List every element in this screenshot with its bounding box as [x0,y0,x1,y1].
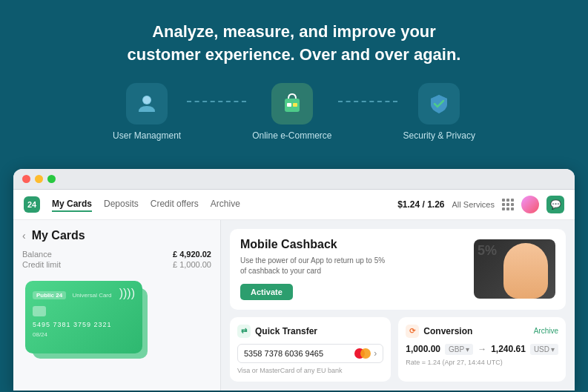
transfer-icon: ⇄ [237,325,251,338]
conversion-icon: ⟳ [406,325,419,338]
svg-rect-4 [293,103,297,107]
step-user-management: User Managment [113,83,181,141]
user-management-icon [136,93,158,115]
mastercard-icon [354,348,371,359]
avatar[interactable] [521,196,539,213]
panel-header: ‹ My Cards [22,229,211,242]
quick-transfer-header: ⇄ Quick Transfer [237,325,383,338]
close-button[interactable] [22,175,30,183]
back-button[interactable]: ‹ [22,230,26,242]
bottom-row: ⇄ Quick Transfer 5358 7378 6036 9465 › V… [230,317,566,382]
transfer-input[interactable]: 5358 7378 6036 9465 › [237,344,383,363]
cashback-text: Mobile Cashback Use the power of our App… [240,238,389,300]
conversion-rate: Rate = 1.24 (Apr 27, 14:44 UTC) [406,359,558,366]
chevron-down-icon-2: ▾ [551,345,555,353]
to-value: 1,240.61 [491,344,526,354]
card-badge: Public 24 [33,291,66,299]
notification-badge: 24 [24,196,40,213]
app-nav: 24 My Cards Deposits Credit offers Archi… [13,190,575,220]
to-currency[interactable]: USD ▾ [530,344,558,355]
step-icon-shop [271,83,313,124]
quick-transfer-title: ⇄ Quick Transfer [237,325,317,338]
right-panel: Mobile Cashback Use the power of our App… [221,220,575,391]
cashback-title: Mobile Cashback [240,238,389,251]
credit-row: Credit limit £ 1,000.00 [22,260,211,269]
svg-rect-3 [287,103,291,107]
balance-display: $1.24 / 1.26 [397,199,444,210]
card-chip [33,306,46,316]
percent-overlay: 5% [478,243,497,259]
transfer-subtitle: Visa or MasterCard of any EU bank [237,367,383,374]
headline-line1: Analyze, measure, and improve your [152,22,436,41]
chevron-down-icon: ▾ [466,345,469,353]
step-security-privacy: Security & Privacy [403,83,475,141]
account-number: 5358 7378 6036 9465 [244,349,354,358]
from-value: 1,000.00 [406,344,440,354]
nav-tabs: My Cards Deposits Credit offers Archive [52,197,386,212]
headline-line2: customer experience. Over and over again… [128,45,461,64]
step-online-ecommerce: Online e-Commerce [252,83,331,141]
credit-value: £ 1,000.00 [173,260,211,269]
headline: Analyze, measure, and improve your custo… [15,21,573,67]
step-icon-security [418,83,460,124]
conversion-title: ⟳ Conversion [406,325,472,338]
card-stack: Public 24 Universal Card )))) 5495 7381 … [22,278,211,367]
contactless-icon: )))) [119,287,135,300]
nav-right: $1.24 / 1.26 All Services 💬 [397,196,564,213]
maximize-button[interactable] [47,175,56,183]
step-user-label: User Managment [113,130,181,141]
chat-button[interactable]: 💬 [546,196,564,213]
card-number: 5495 7381 3759 2321 [33,321,135,328]
step-icon-user [126,83,168,124]
top-section: Analyze, measure, and improve your custo… [0,0,588,169]
arrow-icon: → [478,344,486,354]
left-panel: ‹ My Cards Balance £ 4,920.02 Credit lim… [13,220,221,391]
cashback-image: 5% [474,239,555,299]
activate-button[interactable]: Activate [240,284,293,300]
browser-titlebar [13,169,575,190]
minimize-button[interactable] [35,175,43,183]
browser-window: 24 My Cards Deposits Credit offers Archi… [13,169,575,391]
person-silhouette [503,243,548,299]
cashback-description: Use the power of our App to return up to… [240,256,389,276]
card-type: Universal Card [73,292,112,299]
archive-link[interactable]: Archive [534,327,558,335]
balance-value: £ 4,920.02 [173,250,211,259]
card-front[interactable]: Public 24 Universal Card )))) 5495 7381 … [25,281,142,353]
shop-icon [281,93,303,115]
step-shop-label: Online e-Commerce [252,130,331,141]
app-content: ‹ My Cards Balance £ 4,920.02 Credit lim… [13,220,575,391]
conversion-row: 1,000.00 GBP ▾ → 1,240.61 USD ▾ [406,344,558,355]
conversion-card: ⟳ Conversion Archive 1,000.00 GBP ▾ → 1,… [398,317,566,382]
cashback-banner: Mobile Cashback Use the power of our App… [230,229,566,310]
grid-icon[interactable] [502,199,514,210]
from-currency[interactable]: GBP ▾ [445,344,473,355]
balance-row: Balance £ 4,920.02 [22,250,211,259]
balance-label: Balance [22,250,52,259]
tab-archive[interactable]: Archive [211,197,240,212]
connector-2 [338,101,397,102]
security-icon [428,93,450,115]
tab-my-cards[interactable]: My Cards [52,197,92,212]
svg-point-1 [143,96,151,104]
credit-label: Credit limit [22,260,61,269]
all-services-label[interactable]: All Services [452,200,495,209]
tab-deposits[interactable]: Deposits [104,197,139,212]
panel-title: My Cards [32,229,85,242]
steps-row: User Managment Online e-Commerce [15,83,573,141]
connector-1 [187,101,246,102]
chevron-right-icon: › [374,348,377,359]
conversion-header: ⟳ Conversion Archive [406,325,558,338]
step-security-label: Security & Privacy [403,130,475,141]
quick-transfer-card: ⇄ Quick Transfer 5358 7378 6036 9465 › V… [230,317,391,382]
card-expiry: 08/24 [33,331,135,338]
tab-credit-offers[interactable]: Credit offers [151,197,199,212]
